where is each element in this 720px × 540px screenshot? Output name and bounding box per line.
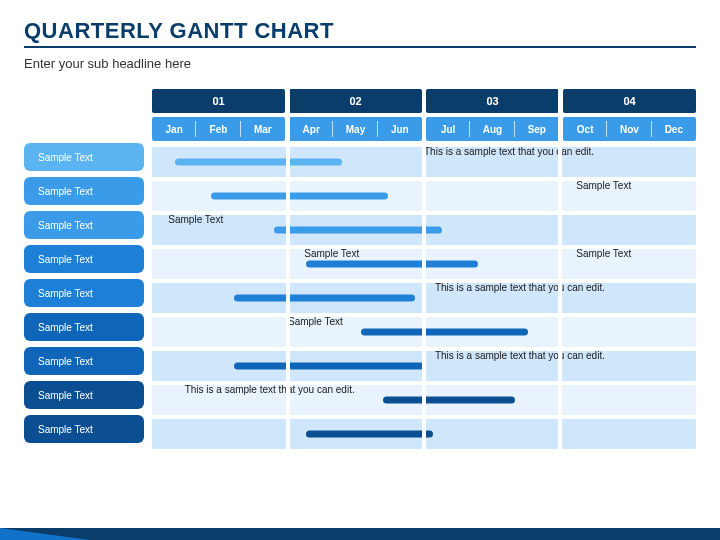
month-header: Mar [241, 117, 285, 141]
quarter-header: 04 [563, 89, 696, 113]
task-label: Sample Text [24, 177, 144, 205]
gantt-bar [383, 397, 514, 404]
task-label: Sample Text [24, 279, 144, 307]
task-label: Sample Text [24, 211, 144, 239]
gantt-bar [306, 261, 478, 268]
gantt-bar [234, 363, 424, 370]
gantt-chart: Sample TextSample TextSample TextSample … [24, 89, 696, 451]
task-label: Sample Text [24, 245, 144, 273]
chart-title: QUARTERLY GANTT CHART [24, 18, 696, 44]
gantt-annotation: Sample Text [576, 180, 631, 191]
month-header: Sep [515, 117, 559, 141]
gantt-annotation: This is a sample text that you can edit. [185, 384, 355, 395]
footer-bar [0, 528, 720, 540]
task-label: Sample Text [24, 347, 144, 375]
gantt-bar [211, 193, 388, 200]
task-label: Sample Text [24, 381, 144, 409]
quarter-header: 02 [289, 89, 422, 113]
month-header: Jun [378, 117, 422, 141]
month-header: May [333, 117, 377, 141]
gantt-bar [306, 431, 433, 438]
gantt-annotation: Sample Text [288, 316, 343, 327]
month-header: Jul [426, 117, 470, 141]
task-label: Sample Text [24, 313, 144, 341]
footer-accent [0, 528, 90, 540]
month-header: Nov [607, 117, 651, 141]
month-header: Jan [152, 117, 196, 141]
month-header: Apr [289, 117, 333, 141]
quarter-header: 01 [152, 89, 285, 113]
gantt-bar [361, 329, 529, 336]
gantt-annotation: This is a sample text that you can edit. [435, 350, 605, 361]
task-label: Sample Text [24, 143, 144, 171]
month-header: Dec [652, 117, 696, 141]
title-underline [24, 46, 696, 48]
month-header: Oct [563, 117, 607, 141]
quarter-header: 03 [426, 89, 559, 113]
month-header: Aug [470, 117, 514, 141]
gantt-annotation: Sample Text [168, 214, 223, 225]
gantt-bar [274, 227, 442, 234]
gantt-annotation: This is a sample text that you can edit. [424, 146, 594, 157]
month-header: Feb [196, 117, 240, 141]
gantt-bar [234, 295, 415, 302]
gantt-bar [175, 159, 343, 166]
gantt-annotation: Sample Text [576, 248, 631, 259]
gantt-annotation: Sample Text [304, 248, 359, 259]
gantt-annotation: This is a sample text that you can edit. [435, 282, 605, 293]
task-label: Sample Text [24, 415, 144, 443]
chart-subtitle: Enter your sub headline here [24, 56, 696, 71]
